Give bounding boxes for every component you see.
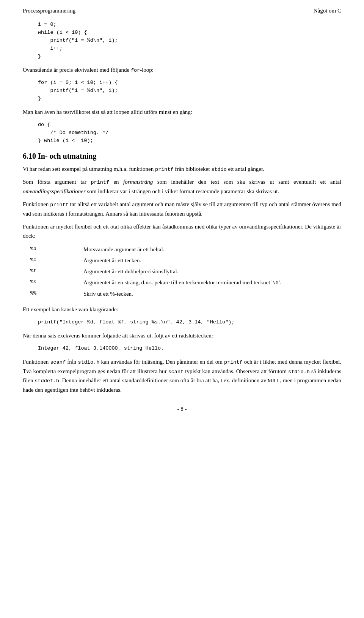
scanf-inline-2: scanf <box>168 369 184 375</box>
stddef-inline-1: stddef.h <box>35 378 59 384</box>
header-right: Något om C <box>314 8 341 14</box>
def-desc: Argumentet är ett dubbelprecisionsflytta… <box>53 266 341 277</box>
list-item: %sArgumentet är en sträng, d.v.s. pekare… <box>23 277 341 289</box>
printf-inline-3: printf <box>50 202 69 208</box>
list-item: %%Skriv ut ett %-tecken. <box>23 289 341 300</box>
code-block-output: Integer 42, float 3.140000, string Hello… <box>38 345 341 353</box>
section-heading-io: 6.10 In- och utmatning <box>23 152 341 161</box>
paragraph-formatstring: Som första argument tar printf en format… <box>23 177 341 196</box>
code-block-do-while: do { /* Do something. */ } while (i <= 1… <box>38 121 341 145</box>
stdio-inline-2: stdio.h <box>78 359 100 365</box>
list-item: %dMotsvarande argument är ett heltal. <box>23 244 341 255</box>
def-code: %f <box>23 266 53 277</box>
paragraph-example-intro: Ett exempel kan kanske vara klargörande: <box>23 305 341 314</box>
printf-inline-4: printf <box>224 359 243 365</box>
def-code: %% <box>23 289 53 300</box>
paragraph-scanf-intro: Funktionen scanf från stdio.h kan använd… <box>23 357 341 394</box>
def-desc: Argumentet är en sträng, d.v.s. pekare t… <box>53 277 341 289</box>
def-code: %d <box>23 244 53 255</box>
stdio-inline-3: stdio.h <box>288 369 310 375</box>
code-block-printf-example: printf("Integer %d, float %f, string %s.… <box>38 318 341 326</box>
stdio-inline-1: stdio <box>211 167 227 172</box>
def-code: %s <box>23 277 53 289</box>
paragraph-output-intro: När denna sats exekveras kommer följande… <box>23 331 341 340</box>
def-desc: Skriv ut ett %-tecken. <box>53 289 341 300</box>
null-inline-1: NULL <box>268 378 280 384</box>
code-block-for: for (i = 0; i < 10; i++) { printf("i = %… <box>38 79 341 103</box>
code-block-while: i = 0; while (i < 10) { printf("i = %d\n… <box>38 21 341 61</box>
header-left: Processprogrammering <box>23 8 75 14</box>
omvandlingsspec-italic: omvandlingsspecifikationer <box>23 188 86 194</box>
definitions-table: %dMotsvarande argument är ett heltal.%cA… <box>23 244 341 300</box>
page-header: Processprogrammering Något om C <box>23 8 341 14</box>
list-item: %fArgumentet är ett dubbelprecisionsflyt… <box>23 266 341 277</box>
def-desc: Motsvarande argument är ett heltal. <box>53 244 341 255</box>
paragraph-for-intro: Ovanstående är precis ekvivalent med föl… <box>23 65 341 75</box>
scanf-inline-1: scanf <box>50 359 66 365</box>
def-desc: Argumentet är ett tecken. <box>53 255 341 266</box>
list-item: %cArgumentet är ett tecken. <box>23 255 341 266</box>
for-keyword: for <box>131 68 140 73</box>
printf-inline-1: printf <box>155 167 174 172</box>
formatstrang-italic: formatsträng <box>123 179 153 185</box>
printf-inline-2: printf <box>91 180 109 185</box>
paragraph-printf-intro: Vi har redan sett exempel på utmatning m… <box>23 164 341 174</box>
page-footer: - 8 - <box>23 406 341 412</box>
paragraph-printf-args: Funktionen printf tar alltså ett variabe… <box>23 200 341 218</box>
paragraph-omvandling-intro: Funktionen är mycket flexibel och ett ot… <box>23 222 341 240</box>
paragraph-do-while-intro: Man kan även ha testvillkoret sist så at… <box>23 107 341 117</box>
def-code: %c <box>23 255 53 266</box>
